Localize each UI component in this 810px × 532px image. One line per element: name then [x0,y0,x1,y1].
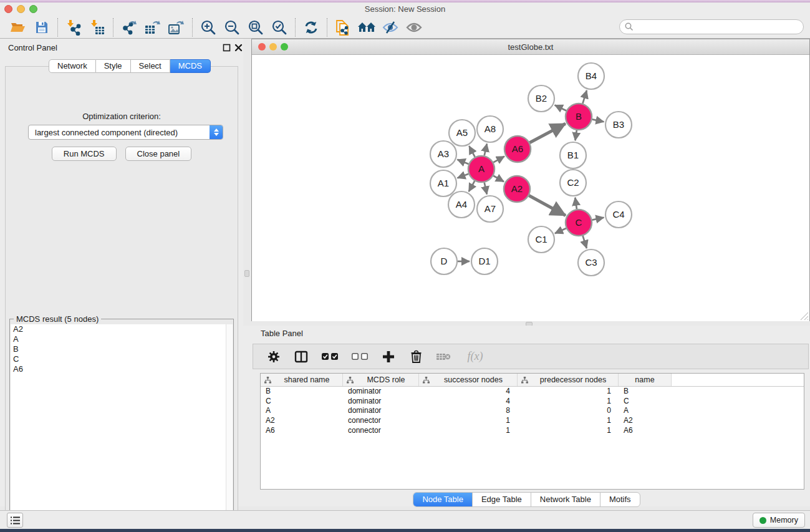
graph-edge-A-A4[interactable] [469,181,475,191]
mcds-result-item[interactable]: B [11,344,226,354]
tab-network[interactable]: Network [49,59,96,73]
import-network-button[interactable] [62,17,85,37]
graph-edge-B-B2[interactable] [555,105,567,110]
graph-node-B1[interactable]: B1 [560,142,586,168]
tab-select[interactable]: Select [131,59,170,73]
minimize-network-button[interactable] [269,43,277,51]
graph-node-D[interactable]: D [431,248,457,274]
zoom-out-button[interactable] [220,17,244,37]
zoom-network-button[interactable] [281,43,288,51]
close-window-button[interactable] [4,5,12,13]
first-neighbors-button[interactable] [355,17,378,37]
tab-edge-table[interactable]: Edge Table [472,493,531,506]
zoom-window-button[interactable] [29,5,37,13]
graph-edge-A-A8[interactable] [485,143,487,155]
apply-layout-button[interactable] [299,17,323,37]
table-row[interactable]: Bdominator41B [261,387,804,397]
column-header-MCDS-role[interactable]: MCDS role [343,374,419,386]
graph-node-C3[interactable]: C3 [578,249,604,276]
graph-node-A8[interactable]: A8 [477,116,503,142]
deselect-all-button[interactable] [349,347,370,366]
graph-edge-C-C1[interactable] [555,228,566,233]
column-header-shared-name[interactable]: shared name [261,374,343,386]
criterion-dropdown[interactable]: largest connected component (directed) [28,125,223,140]
column-header-successor-nodes[interactable]: successor nodes [419,374,518,386]
mcds-result-item[interactable]: A6 [11,364,226,374]
graph-edge-A-A3[interactable] [457,160,468,164]
run-mcds-button[interactable]: Run MCDS [52,147,117,161]
column-header-name[interactable]: name [619,374,672,386]
close-panel-icon[interactable] [234,44,243,52]
graph-node-D1[interactable]: D1 [471,248,498,274]
network-canvas[interactable]: B4B2BB3A5A8A6B1A3AC2A1A2A4A7C4CC1C3DD1 [252,56,809,321]
graph-node-B3[interactable]: B3 [605,112,632,138]
table-settings-button[interactable] [264,347,283,366]
delete-table-button[interactable] [434,347,453,366]
tab-motifs[interactable]: Motifs [600,493,640,506]
export-table-button[interactable] [141,17,165,37]
minimize-window-button[interactable] [17,5,25,13]
graph-edge-A-A1[interactable] [457,174,468,178]
graph-edge-A6-B[interactable] [529,123,565,142]
select-all-button[interactable] [319,347,340,366]
graph-node-A3[interactable]: A3 [430,141,456,167]
search-field[interactable] [619,19,804,34]
zoom-fit-button[interactable] [244,17,268,37]
table-row[interactable]: A6connector11A6 [261,426,804,436]
export-image-button[interactable] [165,17,188,37]
memory-button[interactable]: Memory [753,513,805,528]
mcds-result-item[interactable]: C [11,354,226,364]
graph-node-A1[interactable]: A1 [430,170,456,196]
new-network-from-file-button[interactable] [331,17,355,37]
open-session-button[interactable] [6,17,30,37]
graph-edge-A-A6[interactable] [493,157,504,163]
mcds-result-item[interactable]: A2 [11,324,226,334]
create-column-button[interactable] [379,347,398,366]
save-session-button[interactable] [30,17,54,37]
table-row[interactable]: A2connector11A2 [261,416,804,426]
graph-node-A6[interactable]: A6 [504,136,531,162]
tab-node-table[interactable]: Node Table [413,493,472,506]
search-input[interactable] [637,22,798,32]
import-table-button[interactable] [85,17,109,37]
graph-node-A5[interactable]: A5 [449,120,475,146]
graph-node-A4[interactable]: A4 [448,191,475,218]
graph-node-C4[interactable]: C4 [605,201,632,228]
task-history-button[interactable] [7,513,23,528]
zoom-in-button[interactable] [196,17,220,37]
graph-edge-C-C4[interactable] [592,218,604,220]
network-window-titlebar[interactable]: testGlobe.txt [252,39,809,55]
delete-column-button[interactable] [407,347,425,366]
hide-graphics-details-button[interactable] [378,17,402,37]
table-row[interactable]: Cdominator41C [261,397,804,407]
graph-node-C1[interactable]: C1 [528,226,554,253]
export-network-button[interactable] [117,17,141,37]
graph-node-B[interactable]: B [566,104,592,130]
close-network-button[interactable] [258,43,266,51]
close-panel-button[interactable]: Close panel [125,147,192,161]
table-row[interactable]: Adominator80A [261,406,804,416]
graph-node-A2[interactable]: A2 [504,176,530,202]
mcds-result-item[interactable]: A [11,334,226,344]
graph-node-A[interactable]: A [468,156,494,182]
zoom-selected-button[interactable] [268,17,291,37]
graph-node-B2[interactable]: B2 [528,85,554,112]
tab-style[interactable]: Style [96,59,131,73]
graph-node-A7[interactable]: A7 [477,196,503,222]
mcds-result-list[interactable]: A2ABCA6 [11,324,226,529]
graph-node-C[interactable]: C [566,210,592,236]
graph-edge-A2-C[interactable] [529,196,566,216]
graph-edge-B-B4[interactable] [582,90,586,104]
mcds-result-scrollbar[interactable] [226,324,233,529]
tab-network-table[interactable]: Network Table [531,493,600,506]
show-graphics-details-button[interactable] [402,17,426,37]
graph-edge-C-C2[interactable] [575,198,577,209]
graph-edge-A-A2[interactable] [493,176,504,181]
graph-edge-B-B1[interactable] [575,130,576,140]
graph-edge-B-B3[interactable] [592,119,604,122]
vertical-split-grip[interactable] [244,270,249,277]
graph-node-C2[interactable]: C2 [560,170,586,196]
graph-edge-A-A7[interactable] [485,182,487,194]
graph-edge-C-C3[interactable] [583,236,587,248]
tab-mcds[interactable]: MCDS [170,59,211,73]
